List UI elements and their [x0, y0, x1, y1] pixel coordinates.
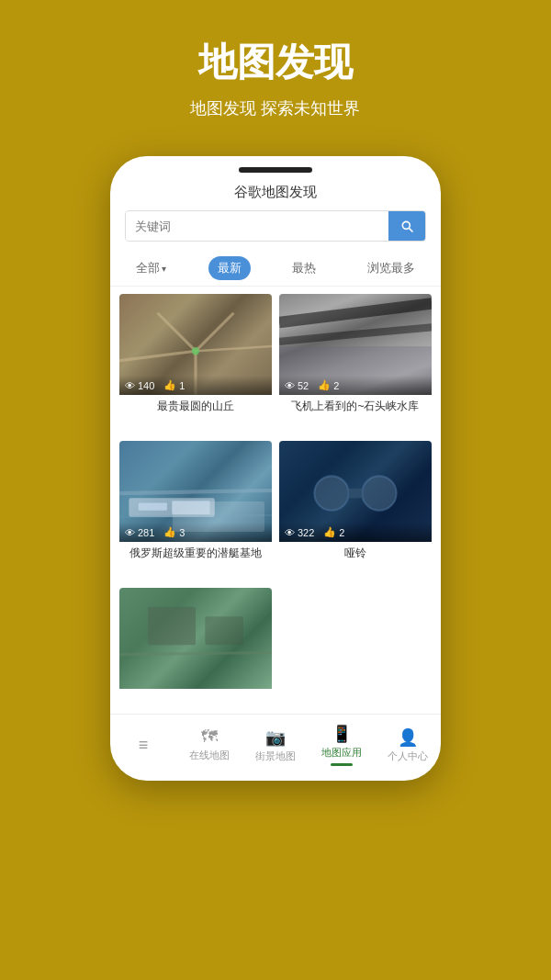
svg-rect-3 [139, 502, 167, 510]
bottom-nav: ≡ 🗺 在线地图 📷 街景地图 📱 地图应用 👤 个人中心 [110, 714, 441, 781]
eye-icon: 👁 [125, 527, 135, 538]
svg-rect-8 [148, 607, 196, 646]
nav-item-menu[interactable]: ≡ [116, 736, 171, 755]
card-stats-overlay: 👁 281 👍 3 [119, 523, 272, 542]
like-icon: 👍 [163, 526, 176, 538]
view-count: 👁 140 [125, 379, 154, 391]
card-stats-overlay: 👁 52 👍 2 [279, 376, 432, 395]
svg-point-6 [362, 476, 396, 510]
like-icon: 👍 [318, 379, 331, 391]
view-count: 👁 322 [285, 526, 314, 538]
eye-icon: 👁 [285, 380, 295, 391]
like-count: 👍 2 [323, 526, 344, 538]
page-subtitle: 地图发现 探索未知世界 [190, 97, 360, 119]
page-title: 地图发现 [198, 37, 353, 88]
card-item[interactable]: 👁 52 👍 2 飞机上看到的~石头峡水库 [279, 294, 432, 434]
card-thumbnail: 👁 52 👍 2 [279, 294, 432, 395]
card-stats-overlay: 👁 322 👍 2 [279, 523, 432, 542]
search-button[interactable] [388, 211, 425, 241]
app-icon: 📱 [332, 724, 352, 744]
like-count: 👍 1 [163, 379, 185, 391]
like-icon: 👍 [323, 526, 336, 538]
nav-label-online-map: 在线地图 [189, 749, 230, 762]
tab-latest[interactable]: 最新 [208, 256, 251, 280]
card-title: 俄罗斯超级重要的潜艇基地 [119, 542, 272, 565]
svg-point-5 [314, 476, 348, 510]
card-title: 最贵最圆的山丘 [119, 395, 272, 418]
tab-most-viewed[interactable]: 浏览最多 [358, 256, 424, 280]
active-indicator [331, 763, 353, 766]
card-thumbnail: 👁 140 👍 1 [119, 294, 272, 395]
camera-icon: 📷 [265, 727, 286, 748]
tab-all[interactable]: 全部 ▾ [127, 256, 175, 280]
map-icon: 🗺 [201, 727, 218, 747]
tab-bar: 全部 ▾ 最新 最热 浏览最多 [110, 251, 441, 287]
like-count: 👍 2 [318, 379, 339, 391]
tab-all-label: 全部 [136, 260, 160, 276]
search-icon [399, 219, 414, 233]
tab-hottest[interactable]: 最热 [283, 256, 325, 280]
card-thumbnail: 👁 281 👍 3 [119, 441, 272, 542]
search-input[interactable] [126, 212, 388, 241]
card-item[interactable]: 👁 281 👍 3 俄罗斯超级重要的潜艇基地 [119, 441, 272, 580]
search-bar [125, 210, 426, 242]
svg-rect-9 [205, 616, 243, 645]
card-item[interactable] [119, 588, 272, 704]
nav-label-street-view: 街景地图 [255, 749, 296, 763]
phone-shell: 谷歌地图发现 全部 ▾ 最新 最热 浏览最多 [110, 156, 441, 781]
phone-notch [239, 167, 312, 173]
card-title: 飞机上看到的~石头峡水库 [279, 395, 432, 418]
nav-item-online-map[interactable]: 🗺 在线地图 [182, 727, 237, 762]
view-count: 👁 281 [125, 526, 154, 538]
svg-rect-7 [349, 489, 363, 498]
eye-icon: 👁 [285, 527, 295, 538]
svg-rect-4 [172, 501, 210, 514]
nav-label-profile: 个人中心 [388, 749, 428, 763]
nav-item-map-app[interactable]: 📱 地图应用 [314, 724, 369, 766]
svg-point-0 [192, 347, 199, 355]
chevron-down-icon: ▾ [162, 264, 166, 274]
like-count: 👍 3 [163, 526, 185, 538]
eye-icon: 👁 [125, 380, 135, 391]
card-item[interactable]: 👁 322 👍 2 哑铃 [279, 441, 432, 580]
card-thumbnail [119, 588, 272, 689]
cards-grid: 👁 140 👍 1 最贵最圆的山丘 [110, 294, 441, 704]
card-thumbnail: 👁 322 👍 2 [279, 441, 432, 542]
user-icon: 👤 [398, 727, 418, 748]
nav-label-map-app: 地图应用 [321, 746, 362, 760]
nav-item-street-view[interactable]: 📷 街景地图 [248, 727, 303, 763]
map-decoration [119, 588, 272, 689]
app-header-title: 谷歌地图发现 [110, 180, 441, 210]
view-count: 👁 52 [285, 379, 309, 391]
card-item[interactable]: 👁 140 👍 1 最贵最圆的山丘 [119, 294, 272, 434]
like-icon: 👍 [163, 379, 176, 391]
card-stats-overlay: 👁 140 👍 1 [119, 376, 272, 395]
menu-icon: ≡ [139, 736, 149, 755]
card-title: 哑铃 [279, 542, 432, 565]
nav-item-profile[interactable]: 👤 个人中心 [380, 727, 435, 763]
